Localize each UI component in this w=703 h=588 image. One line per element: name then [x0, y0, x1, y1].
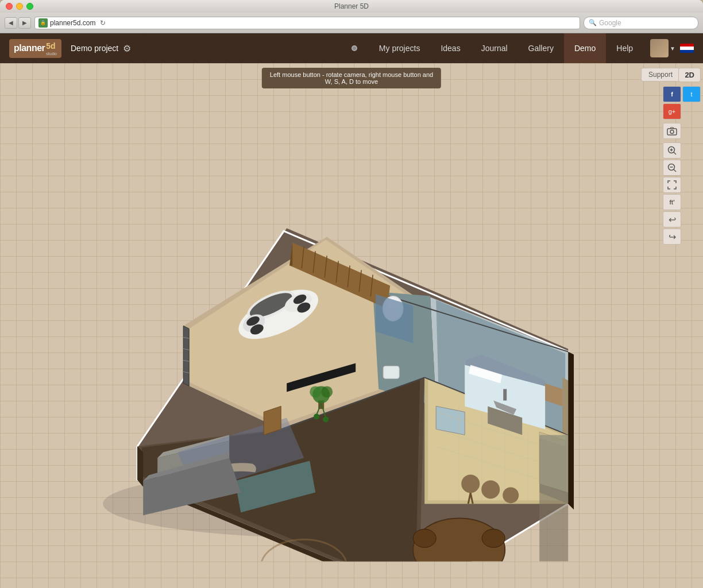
- browser-frame: Planner 5D ◀ ▶ 🔒 planner5d.com ↻ 🔍 Googl…: [0, 0, 703, 588]
- address-bar[interactable]: 🔒 planner5d.com ↻: [34, 17, 580, 29]
- logo-text: planner: [14, 43, 45, 53]
- traffic-lights: [6, 3, 33, 10]
- refresh-button[interactable]: ↻: [98, 18, 108, 28]
- right-tools: f t g+: [663, 86, 701, 245]
- search-bar[interactable]: 🔍 Google: [584, 17, 698, 29]
- nav-label-myprojects: My projects: [379, 44, 420, 53]
- svg-point-71: [314, 413, 319, 419]
- nav-item-help[interactable]: Help: [606, 33, 643, 63]
- nav-label-journal: Journal: [481, 44, 508, 53]
- nav-item-journal[interactable]: Journal: [471, 33, 518, 63]
- floorplan-3d[interactable]: [68, 125, 574, 561]
- nav-item-myprojects[interactable]: My projects: [369, 33, 431, 63]
- svg-marker-97: [539, 483, 568, 561]
- logo-studio: studio: [46, 52, 57, 56]
- svg-point-86: [461, 474, 480, 493]
- nav-item-ideas[interactable]: Ideas: [430, 33, 470, 63]
- svg-point-1: [670, 130, 674, 134]
- redo-button[interactable]: ↪: [663, 229, 681, 245]
- undo-button[interactable]: ↩: [663, 211, 681, 227]
- svg-point-88: [503, 487, 519, 503]
- svg-line-7: [674, 169, 676, 172]
- tooltip-text: Left mouse button - rotate camera, right…: [270, 71, 433, 85]
- googleplus-button[interactable]: g+: [663, 103, 681, 119]
- view-2d-label: 2D: [685, 71, 694, 79]
- maximize-button[interactable]: [26, 3, 33, 10]
- support-button[interactable]: Support: [641, 68, 680, 82]
- svg-marker-80: [562, 377, 568, 435]
- svg-rect-0: [667, 129, 677, 135]
- language-flag[interactable]: [680, 44, 694, 53]
- nav-dot[interactable]: [352, 45, 357, 51]
- back-button[interactable]: ◀: [5, 17, 17, 29]
- zoom-in-button[interactable]: [663, 142, 681, 158]
- nav-label-gallery: Gallery: [528, 44, 554, 53]
- main-viewport: Left mouse button - rotate camera, right…: [0, 63, 703, 588]
- view-2d-button[interactable]: 2D: [678, 68, 701, 82]
- nav-label-ideas: Ideas: [441, 44, 460, 53]
- logo-area[interactable]: planner 5d studio: [9, 39, 61, 58]
- svg-point-68: [321, 386, 333, 397]
- viewport-background[interactable]: Left mouse button - rotate camera, right…: [0, 63, 703, 588]
- camera-tooltip: Left mouse button - rotate camera, right…: [262, 68, 441, 88]
- camera-button[interactable]: [663, 123, 681, 139]
- nav-items: My projects Ideas Journal Gallery Demo H…: [369, 33, 643, 63]
- user-avatar[interactable]: [650, 39, 669, 57]
- project-name: Demo project: [71, 44, 118, 53]
- search-icon: 🔍: [589, 19, 597, 26]
- close-button[interactable]: [6, 3, 13, 10]
- facebook-button[interactable]: f: [663, 86, 681, 102]
- nav-item-demo[interactable]: Demo: [564, 33, 606, 63]
- svg-point-72: [323, 416, 329, 422]
- browser-toolbar: ◀ ▶ 🔒 planner5d.com ↻ 🔍 Google: [0, 13, 703, 33]
- svg-point-67: [310, 386, 321, 397]
- svg-point-93: [482, 529, 505, 547]
- address-text: planner5d.com: [50, 19, 95, 27]
- nav-item-gallery[interactable]: Gallery: [518, 33, 564, 63]
- svg-marker-26: [183, 326, 189, 386]
- nav-label-help: Help: [616, 44, 633, 53]
- support-label: Support: [648, 71, 673, 79]
- svg-point-92: [413, 529, 436, 547]
- nav-label-demo: Demo: [574, 44, 596, 53]
- svg-rect-51: [383, 366, 399, 378]
- window-title: Planner 5D: [334, 2, 369, 10]
- zoom-out-button[interactable]: [663, 160, 681, 176]
- svg-line-3: [674, 152, 676, 154]
- logo-box: planner 5d studio: [9, 39, 61, 58]
- browser-titlebar: Planner 5D: [0, 0, 703, 13]
- avatar-dropdown-icon[interactable]: ▼: [670, 45, 675, 52]
- logo-5d: 5d: [46, 41, 55, 51]
- forward-button[interactable]: ▶: [18, 17, 31, 29]
- app-content: planner 5d studio Demo project ⚙ My proj…: [0, 33, 703, 588]
- twitter-button[interactable]: t: [682, 86, 701, 102]
- app-navbar: planner 5d studio Demo project ⚙ My proj…: [0, 33, 703, 63]
- settings-button[interactable]: ⚙: [123, 43, 131, 54]
- svg-marker-102: [568, 351, 574, 509]
- minimize-button[interactable]: [16, 3, 23, 10]
- fullscreen-button[interactable]: [663, 177, 681, 193]
- ssl-icon: 🔒: [38, 18, 48, 28]
- measure-button[interactable]: ft': [663, 194, 681, 210]
- svg-point-87: [481, 480, 500, 498]
- search-placeholder: Google: [599, 19, 621, 27]
